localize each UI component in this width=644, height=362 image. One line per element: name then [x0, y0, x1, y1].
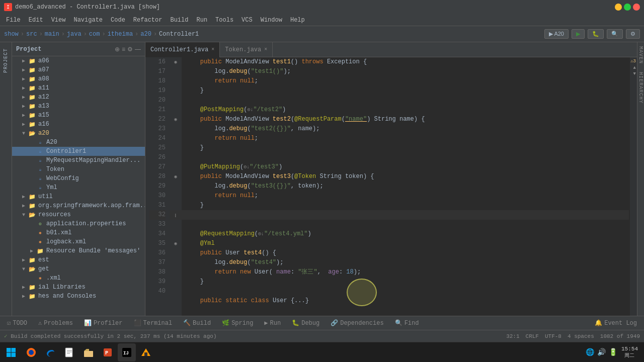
tree-item-webconfig[interactable]: ☕ WebConfig [12, 174, 145, 183]
taskbar-notepad[interactable] [60, 343, 78, 361]
menu-navigate[interactable]: Navigate [69, 16, 107, 25]
folder-icon: 📁 [28, 256, 36, 263]
sidebar-sync-btn[interactable]: ⊕ [115, 46, 120, 53]
encoding[interactable]: UTF-8 [545, 333, 561, 339]
line-col[interactable]: 32:1 [506, 333, 519, 339]
tree-item-token[interactable]: ☕ Token [12, 165, 145, 174]
java-icon: ☕ [36, 148, 44, 155]
bottom-tab-debug[interactable]: 🐛 Debug [287, 318, 325, 328]
menu-build[interactable]: Build [166, 16, 192, 25]
bottom-tab-todo[interactable]: ☑ TODO [2, 318, 32, 328]
breadcrumb-com[interactable]: com [89, 31, 100, 38]
breadcrumb-itheima[interactable]: itheima [108, 31, 133, 38]
tree-item-est[interactable]: ▶ 📁 est [12, 255, 145, 264]
tree-item-controller1[interactable]: ☕ Controller1 [12, 147, 145, 156]
sidebar-hide-btn[interactable]: — [135, 46, 141, 53]
code-content[interactable]: public ModelAndView test1() throws Excep… [182, 57, 637, 316]
bottom-tab-dependencies[interactable]: 🔗 Dependencies [326, 318, 388, 328]
svg-text:IJ: IJ [123, 351, 129, 356]
tree-item-get[interactable]: ▼ 📂 get [12, 264, 145, 274]
sidebar-tools[interactable]: ⊕ ≡ ⚙ — [115, 46, 141, 53]
menu-file[interactable]: File [2, 16, 25, 25]
tab-controller1[interactable]: Controller1.java × [145, 42, 220, 57]
taskbar-edge[interactable] [41, 343, 59, 361]
tree-item-a08[interactable]: ▶ 📁 a08 [12, 74, 145, 83]
tree-item-resource-bundle[interactable]: ▶ 📁 Resource Bundle 'messages' [12, 246, 145, 255]
run-config-button[interactable]: ▶ A20 [544, 29, 569, 39]
tree-item-a07[interactable]: ▶ 📁 a07 [12, 65, 145, 74]
sidebar-collapse-btn[interactable]: ≡ [122, 46, 125, 53]
tree-item-yml[interactable]: ☕ Yml [12, 183, 145, 192]
menu-view[interactable]: View [47, 16, 70, 25]
menu-help[interactable]: Help [286, 16, 309, 25]
menu-vcs[interactable]: VCS [237, 16, 257, 25]
minimize-button[interactable] [615, 4, 622, 11]
tab-token-close[interactable]: × [264, 47, 267, 52]
menu-tools[interactable]: Tools [211, 16, 237, 25]
taskbar-files[interactable] [79, 343, 98, 361]
tree-item-util[interactable]: ▶ 📁 util [12, 192, 145, 201]
taskbar-powerpoint[interactable]: P [99, 343, 117, 361]
menu-run[interactable]: Run [192, 16, 211, 25]
tree-item-A20[interactable]: ☕ A20 [12, 138, 145, 147]
bottom-tab-run[interactable]: ▶ Run [259, 318, 286, 328]
tab-token[interactable]: Token.java × [220, 42, 273, 57]
search-button[interactable]: 🔍 [607, 29, 623, 39]
bottom-tab-problems[interactable]: ⚠ Problems [33, 318, 78, 328]
tree-item-a15[interactable]: ▶ 📁 a15 [12, 111, 145, 120]
breadcrumb-main[interactable]: main [45, 31, 59, 38]
bottom-tab-find[interactable]: 🔍 Find [390, 318, 424, 328]
run-button[interactable]: ▶ [572, 29, 585, 39]
sidebar-settings-btn[interactable]: ⚙ [127, 46, 133, 53]
breadcrumb-java[interactable]: java [67, 31, 82, 38]
tree-item-a13[interactable]: ▶ 📁 a13 [12, 102, 145, 111]
tree-item-orgspring[interactable]: ▶ 📁 org.springframework.aop.fram... [12, 201, 145, 210]
menu-edit[interactable]: Edit [25, 16, 47, 25]
tree-item-dotxml[interactable]: ✱ .xml [12, 274, 145, 283]
menu-code[interactable]: Code [107, 16, 129, 25]
settings-button[interactable]: ⚙ [626, 29, 640, 39]
tree-item-a06[interactable]: ▶ 📁 a06 [12, 56, 145, 65]
debug-button[interactable]: 🐛 [588, 29, 604, 39]
bottom-tab-terminal[interactable]: ⬛ Terminal [129, 318, 178, 328]
project-tab[interactable]: Project [1, 44, 11, 77]
bottom-tab-eventlog[interactable]: 🔔 Event Log [590, 318, 642, 328]
hierarchy-panel-label[interactable]: Hierarchy [638, 70, 643, 106]
tree-item-hes-consoles[interactable]: ▶ 📁 hes and Consoles [12, 292, 145, 301]
bottom-tab-profiler[interactable]: 📊 Profiler [79, 318, 128, 328]
tree-item-b01xml[interactable]: ✱ b01.xml [12, 228, 145, 237]
taskbar-vlc[interactable] [137, 343, 155, 361]
bottom-tab-build[interactable]: 🔨 Build [178, 318, 216, 328]
breadcrumb-src[interactable]: src [26, 31, 37, 38]
maven-panel-label[interactable]: Maven [638, 44, 643, 66]
menu-refactor[interactable]: Refactor [129, 16, 167, 25]
indent[interactable]: 4 spaces [568, 333, 594, 339]
tab-controller1-close[interactable]: × [211, 47, 214, 52]
close-button[interactable] [633, 4, 640, 11]
sidebar-title: Project [16, 46, 41, 53]
line-ending[interactable]: CRLF [526, 333, 539, 339]
tree-item-resources[interactable]: ▼ 📂 resources [12, 210, 145, 219]
tree-item-ial-libraries[interactable]: ▶ 📁 ial Libraries [12, 283, 145, 292]
status-text: Build completed successfully in 2 sec, 2… [11, 333, 216, 339]
breadcrumb-a20[interactable]: a20 [140, 31, 151, 38]
breadcrumb-show[interactable]: show [4, 31, 19, 38]
maximize-button[interactable] [624, 4, 631, 11]
taskbar-right: 🌐 🔊 🔋 15:54 周二 [586, 346, 642, 359]
tree-item-logbackxml[interactable]: ✱ logback.xml [12, 237, 145, 246]
menu-window[interactable]: Window [257, 16, 286, 25]
find-icon: 🔍 [395, 319, 403, 327]
tree-item-a16[interactable]: ▶ 📁 a16 [12, 120, 145, 129]
window-controls[interactable] [615, 4, 640, 11]
tree-item-a11[interactable]: ▶ 📁 a11 [12, 83, 145, 93]
tree-item-myrequestmapping[interactable]: ☕ MyRequestMappingHandler... [12, 156, 145, 165]
taskbar-idea[interactable]: IJ [118, 343, 136, 361]
tree-item-a12[interactable]: ▶ 📁 a12 [12, 93, 145, 102]
taskbar-firefox[interactable] [22, 343, 40, 361]
code-editor[interactable]: 16 17 18 19 20 21 22 23 24 25 26 27 28 2… [145, 57, 637, 316]
bottom-tab-spring[interactable]: 🌿 Spring [217, 318, 258, 328]
start-button[interactable] [2, 343, 20, 361]
tree-item-app-props[interactable]: ⚙ application.properties [12, 219, 145, 228]
folder-icon: 📁 [28, 202, 36, 209]
tree-item-a20[interactable]: ▼ 📂 a20 [12, 129, 145, 138]
